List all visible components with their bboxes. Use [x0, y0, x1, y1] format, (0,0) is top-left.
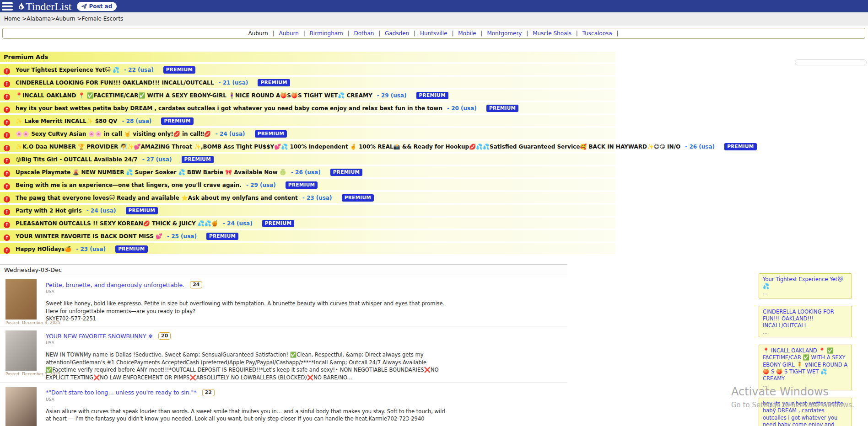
listing-photo[interactable] — [5, 330, 37, 371]
sidebar-ad-box[interactable]: hey its your best wettes petite baby DRE… — [759, 398, 852, 426]
premium-ad-title[interactable]: 📍INCALL OAKLAND 📍 ✅FACETIME/CAR✅ WITH A … — [16, 92, 372, 99]
up-arrow-icon — [4, 247, 10, 254]
city-nav-item[interactable]: Muscle Shoals | — [532, 30, 582, 37]
city-link[interactable]: Montgomery — [486, 30, 523, 37]
premium-ad-title[interactable]: ✨K.O Daa NUMBER 🏆 PROVIDER 🧖✨💕AMAZING Th… — [16, 144, 680, 150]
up-arrow-icon — [4, 170, 10, 177]
premium-ad-title[interactable]: hey its your best wettes petite baby DRE… — [16, 105, 442, 112]
sidebar-ad-title[interactable]: 📍 INCALL OAKLAND 📍 ✅ FACETIME/CAR ✅ WITH… — [763, 347, 848, 382]
premium-ad-row[interactable]: ✨K.O Daa NUMBER 🏆 PROVIDER 🧖✨💕AMAZING Th… — [0, 141, 615, 152]
sidebar-ad-title[interactable]: CINDERELLA LOOKING FOR FUN!!! OAKLAND!!!… — [763, 309, 848, 330]
city-link[interactable]: Mobile — [457, 30, 477, 37]
premium-ad-age: - 29 (usa) — [377, 92, 407, 99]
listing-age-badge: 24 — [190, 281, 202, 288]
sidebar-ad-box[interactable]: CINDERELLA LOOKING FOR FUN!!! OAKLAND!!!… — [759, 306, 852, 338]
up-arrow-icon — [4, 68, 10, 75]
listing-photo[interactable] — [5, 279, 37, 320]
city-link[interactable]: Birmingham — [309, 30, 344, 37]
premium-ad-row[interactable]: The pawg that everyone loves🐱 Ready and … — [0, 192, 615, 203]
premium-ad-age: - 28 (usa) — [122, 118, 152, 124]
premium-badge: PREMIUM — [286, 181, 318, 189]
listing-country: USA — [46, 289, 448, 294]
premium-badge: PREMIUM — [182, 156, 214, 163]
city-nav-item[interactable]: Huntsville | — [419, 30, 457, 37]
premium-ad-row[interactable]: ✨ Lake Merritt INCALL✨ $80 QV - 28 (usa)… — [0, 115, 615, 126]
city-nav-item[interactable]: Tuscaloosa | — [582, 30, 620, 37]
city-nav-item[interactable]: Birmingham | — [309, 30, 353, 37]
premium-ad-title[interactable]: ✨ Lake Merritt INCALL✨ $80 QV — [16, 118, 117, 124]
premium-ad-row[interactable]: 🌸🌸 Sexy CuRvy Asian 🌸🌸 in call 🤘 visitin… — [0, 128, 615, 139]
premium-ad-title[interactable]: 🌸🌸 Sexy CuRvy Asian 🌸🌸 in call 🤘 visitin… — [16, 131, 211, 137]
premium-ad-row[interactable]: Being with me is an experience—one that … — [0, 179, 615, 190]
premium-ad-title[interactable]: The pawg that everyone loves🐱 Ready and … — [16, 195, 298, 201]
premium-ad-age: - 27 (usa) — [142, 156, 172, 163]
listing-age-badge: 22 — [202, 389, 215, 396]
city-nav-item[interactable]: Montgomery | — [486, 30, 532, 37]
site-logo[interactable]: TinderList — [17, 1, 71, 12]
premium-ad-row[interactable]: PLEASANTON OUTCALLS !! SEXY KOREAN💋 THIC… — [0, 218, 615, 229]
listing-title-link[interactable]: YOUR NEW FAVORITE SNOWBUNNY ❄ — [46, 333, 153, 340]
city-nav-item[interactable]: Gadsden | — [384, 30, 419, 37]
listing-title-link[interactable]: Petite, brunette, and dangerously unforg… — [46, 282, 184, 288]
listing-title-link[interactable]: *"Don't stare too long… unless you're re… — [46, 389, 197, 396]
listing-posted-date: Posted: December 3, 2025 — [5, 320, 44, 325]
premium-ad-title[interactable]: Being with me is an experience—one that … — [16, 182, 242, 188]
menu-icon[interactable] — [2, 2, 13, 11]
premium-ad-row[interactable]: YOUR WINTER FAVORITE IS BACK DONT MISS 💕… — [0, 230, 615, 241]
premium-ad-title[interactable]: Upscale Playmate 🌋 NEW NUMBER 💦 Super So… — [16, 169, 286, 176]
city-nav-item[interactable]: Mobile | — [457, 30, 486, 37]
premium-ad-row[interactable]: hey its your best wettes petite baby DRE… — [0, 102, 615, 113]
premium-ad-row[interactable]: CINDERELLA LOOKING FOR FUN!!! OAKLAND!!!… — [0, 77, 615, 88]
city-separator: | — [412, 30, 417, 37]
listing-row[interactable]: Posted: December 3, 2025 YOUR NEW FAVORI… — [0, 326, 567, 383]
sidebar-ad-box[interactable]: 📍 INCALL OAKLAND 📍 ✅ FACETIME/CAR ✅ WITH… — [759, 345, 852, 390]
premium-ad-row[interactable]: Your Tightest Experience Yet🐱 💦 - 22 (us… — [0, 64, 615, 75]
city-link[interactable]: Huntsville — [419, 30, 448, 37]
premium-ad-age: - 23 (usa) — [76, 246, 106, 252]
city-separator: | — [346, 30, 351, 37]
premium-ad-age: - 24 (usa) — [216, 131, 245, 137]
premium-ad-row[interactable]: 📍INCALL OAKLAND 📍 ✅FACETIME/CAR✅ WITH A … — [0, 90, 615, 101]
listing-country: USA — [46, 397, 448, 402]
city-nav-item[interactable]: Dothan | — [353, 30, 384, 37]
city-link[interactable]: Muscle Shoals — [532, 30, 572, 37]
premium-ad-title[interactable]: Party with 2 Hot girls — [16, 208, 82, 214]
city-link[interactable]: Dothan — [353, 30, 375, 37]
city-link[interactable]: Gadsden — [384, 30, 410, 37]
premium-ad-title[interactable]: PLEASANTON OUTCALLS !! SEXY KOREAN💋 THIC… — [16, 220, 218, 227]
premium-ad-title[interactable]: Your Tightest Experience Yet🐱 💦 — [16, 67, 119, 73]
city-nav-item[interactable]: Auburn | — [247, 30, 278, 37]
premium-ad-row[interactable]: Upscale Playmate 🌋 NEW NUMBER 💦 Super So… — [0, 166, 615, 177]
breadcrumb[interactable]: Home >Alabama>Auburn >Female Escorts — [4, 16, 123, 22]
sidebar-ad-title[interactable]: Your Tightest Experience Yet🐱 💦 — [763, 276, 848, 290]
listing-row[interactable]: Posted: December 3, 2025 Petite, brunett… — [0, 275, 567, 326]
premium-ad-title[interactable]: CINDERELLA LOOKING FOR FUN!!! OAKLAND!!!… — [16, 80, 214, 86]
listing-photo[interactable] — [5, 387, 37, 426]
city-link[interactable]: Auburn — [278, 30, 300, 37]
site-logo-text: TinderList — [26, 1, 71, 12]
up-arrow-icon — [4, 196, 10, 202]
premium-ad-age: - 24 (usa) — [223, 220, 253, 227]
premium-ad-row[interactable]: Party with 2 Hot girls - 24 (usa) PREMIU… — [0, 205, 615, 216]
listing-row[interactable]: Posted: December 3, 2025 *"Don't stare t… — [0, 383, 567, 426]
premium-badge: PREMIUM — [342, 194, 374, 202]
premium-badge: PREMIUM — [724, 143, 756, 150]
premium-badge: PREMIUM — [330, 169, 362, 176]
sidebar-ad-box[interactable]: Your Tightest Experience Yet🐱 💦 ... — [759, 273, 852, 298]
city-nav-item[interactable]: Auburn | — [278, 30, 309, 37]
premium-ad-title[interactable]: YOUR WINTER FAVORITE IS BACK DONT MISS 💕 — [16, 233, 162, 240]
premium-ad-row[interactable]: Happy HOlidays🍊 - 23 (usa) PREMIUM — [0, 243, 615, 254]
listing-photo-column: Posted: December 3, 2025 — [0, 279, 44, 325]
premium-ad-title[interactable]: Happy HOlidays🍊 — [16, 246, 71, 252]
premium-ad-title[interactable]: 😘Big Tits Girl - OUTCALL Available 24/7 — [16, 156, 137, 163]
city-separator: | — [524, 30, 530, 37]
listing-posted-date: Posted: December 3, 2025 — [5, 372, 44, 376]
listing-description: Asian allure with curves that speak loud… — [46, 408, 448, 423]
premium-ad-row[interactable]: 😘Big Tits Girl - OUTCALL Available 24/7 … — [0, 154, 615, 165]
city-link[interactable]: Tuscaloosa — [582, 30, 613, 37]
listings-list: Posted: December 3, 2025 Petite, brunett… — [0, 275, 567, 426]
post-ad-button[interactable]: Post ad — [77, 2, 117, 11]
sidebar-ad-title[interactable]: hey its your best wettes petite baby DRE… — [763, 400, 848, 426]
city-link[interactable]: Auburn — [247, 30, 269, 37]
up-arrow-icon — [4, 158, 10, 164]
